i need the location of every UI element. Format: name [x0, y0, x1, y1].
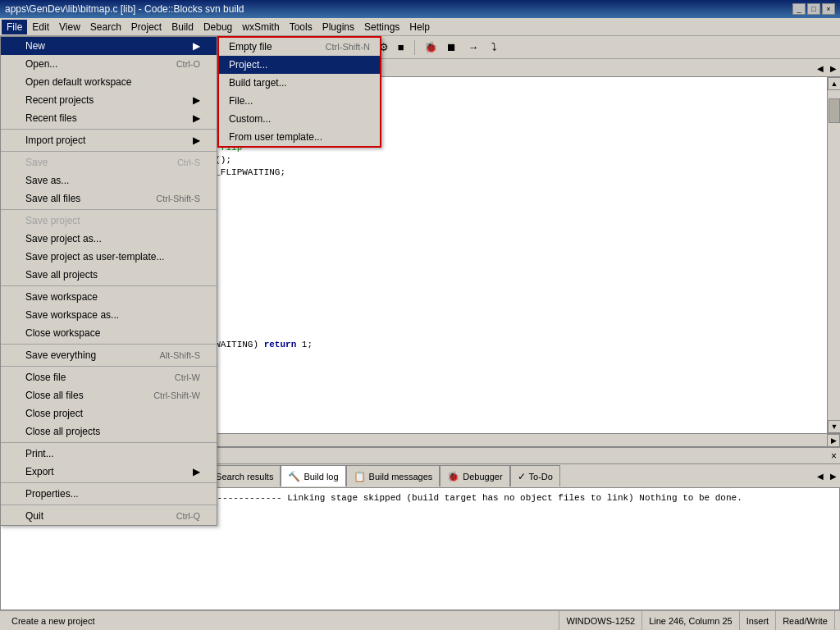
menu-bar: File Edit View Search Project Build Debu…	[0, 18, 840, 36]
menu-help[interactable]: Help	[404, 20, 435, 34]
menu-print-item[interactable]: Print...	[1, 445, 217, 463]
menu-close-workspace-item[interactable]: Close workspace	[1, 324, 217, 342]
save-everything-shortcut: Alt-Shift-S	[159, 350, 200, 360]
close-workspace-label: Close workspace	[25, 327, 100, 339]
menu-save-project-item[interactable]: Save project	[1, 212, 217, 230]
menu-edit[interactable]: Edit	[27, 20, 54, 34]
menu-new-item[interactable]: New ▶	[1, 37, 217, 55]
project-label: Project...	[229, 59, 267, 71]
menu-project[interactable]: Project	[126, 20, 167, 34]
tab-build-log[interactable]: 🔨 Build log	[281, 465, 345, 486]
scroll-track[interactable]	[828, 90, 840, 420]
menu-settings[interactable]: Settings	[359, 20, 404, 34]
window-controls: _ □ ×	[792, 3, 835, 15]
menu-save-everything-item[interactable]: Save everything Alt-Shift-S	[1, 346, 217, 364]
tab-debugger[interactable]: 🐞 Debugger	[440, 465, 509, 486]
tab-todo-label: To-Do	[529, 472, 553, 482]
scroll-down-button[interactable]: ▼	[828, 420, 840, 433]
close-project-label: Close project	[25, 408, 83, 419]
sep-2	[1, 151, 217, 152]
save-workspace-as-label: Save workspace as...	[25, 309, 119, 321]
tab-build-messages-label: Build messages	[369, 472, 433, 482]
next-button[interactable]: ⤵	[485, 39, 504, 57]
scroll-thumb[interactable]	[829, 98, 840, 123]
hscroll-right-button[interactable]: ▶	[827, 434, 840, 447]
save-shortcut: Ctrl-S	[177, 158, 200, 167]
debug-stop-button[interactable]: ⏹	[442, 39, 462, 57]
tab-next-button[interactable]: ▶	[827, 60, 840, 76]
sep-1	[1, 129, 217, 130]
menu-plugins[interactable]: Plugins	[317, 20, 359, 34]
menu-save-project-as-item[interactable]: Save project as...	[1, 230, 217, 248]
menu-import-project-item[interactable]: Import project ▶	[1, 131, 217, 149]
tab-prev-button[interactable]: ◀	[814, 60, 827, 76]
menu-save-as-item[interactable]: Save as...	[1, 171, 217, 189]
menu-debug[interactable]: Debug	[199, 20, 237, 34]
menu-quit-item[interactable]: Quit Ctrl-Q	[1, 507, 217, 525]
menu-save-item[interactable]: Save Ctrl-S	[1, 153, 217, 171]
tab-build-messages[interactable]: 📋 Build messages	[346, 465, 441, 486]
submenu-build-target[interactable]: Build target...	[219, 74, 380, 92]
menu-close-project-item[interactable]: Close project	[1, 404, 217, 422]
menu-open-workspace-item[interactable]: Open default workspace	[1, 73, 217, 91]
submenu-custom[interactable]: Custom...	[219, 110, 380, 128]
import-project-label: Import project	[25, 135, 85, 146]
menu-close-all-projects-item[interactable]: Close all projects	[1, 422, 217, 441]
stop-button[interactable]: ■	[391, 39, 411, 57]
status-read-write: Read/Write	[776, 611, 835, 630]
status-encoding: WINDOWS-1252	[559, 611, 642, 630]
step-button[interactable]: →	[463, 39, 483, 57]
bottom-tab-next[interactable]: ▶	[827, 468, 840, 484]
submenu-project[interactable]: Project...	[219, 56, 380, 74]
tab-todo[interactable]: ✓ To-Do	[510, 465, 560, 486]
menu-file[interactable]: File	[2, 20, 27, 34]
menu-open-item[interactable]: Open... Ctrl-O	[1, 55, 217, 73]
import-arrow: ▶	[193, 135, 200, 146]
save-workspace-label: Save workspace	[25, 291, 98, 303]
export-arrow: ▶	[193, 466, 200, 477]
close-bottom-button[interactable]: ×	[831, 450, 837, 462]
tab-build-log-label: Build log	[304, 472, 338, 482]
menu-wxsmith[interactable]: wxSmith	[237, 20, 284, 34]
build-target-label: Build target...	[229, 77, 287, 89]
menu-recent-files-item[interactable]: Recent files ▶	[1, 109, 217, 127]
recent-files-arrow: ▶	[193, 112, 200, 124]
menu-build[interactable]: Build	[167, 20, 199, 34]
vertical-scrollbar[interactable]: ▲ ▼	[827, 77, 840, 433]
minimize-button[interactable]: _	[792, 3, 806, 15]
save-all-projects-label: Save all projects	[25, 269, 98, 281]
menu-search[interactable]: Search	[85, 20, 126, 34]
save-project-as-label: Save project as...	[25, 233, 102, 244]
menu-export-item[interactable]: Export ▶	[1, 463, 217, 481]
close-button[interactable]: ×	[822, 3, 835, 15]
recent-projects-arrow: ▶	[193, 94, 200, 106]
sep-8	[1, 482, 217, 483]
bottom-tab-prev[interactable]: ◀	[814, 468, 827, 484]
save-project-template-label: Save project as user-template...	[25, 251, 164, 262]
menu-close-file-item[interactable]: Close file Ctrl-W	[1, 368, 217, 386]
menu-save-workspace-item[interactable]: Save workspace	[1, 288, 217, 306]
menu-close-all-files-item[interactable]: Close all files Ctrl-Shift-W	[1, 386, 217, 404]
quit-label: Quit	[25, 510, 43, 522]
menu-recent-projects-item[interactable]: Recent projects ▶	[1, 91, 217, 109]
menu-save-all-projects-item[interactable]: Save all projects	[1, 266, 217, 284]
menu-save-all-files-item[interactable]: Save all files Ctrl-Shift-S	[1, 189, 217, 208]
menu-save-workspace-as-item[interactable]: Save workspace as...	[1, 306, 217, 324]
menu-save-project-template-item[interactable]: Save project as user-template...	[1, 248, 217, 266]
menu-view[interactable]: View	[54, 20, 85, 34]
menu-properties-item[interactable]: Properties...	[1, 485, 217, 503]
save-label: Save	[25, 157, 48, 168]
submenu-empty-file[interactable]: Empty file Ctrl-Shift-N	[219, 38, 380, 56]
build-log-icon: 🔨	[288, 471, 300, 482]
menu-tools[interactable]: Tools	[285, 20, 317, 34]
maximize-button[interactable]: □	[807, 3, 820, 15]
submenu-from-template[interactable]: From user template...	[219, 128, 380, 146]
status-insert-mode: Insert	[740, 611, 777, 630]
close-file-label: Close file	[25, 372, 66, 383]
scroll-up-button[interactable]: ▲	[828, 77, 840, 90]
submenu-file[interactable]: File...	[219, 92, 380, 110]
tab-search-results-label: Search results	[216, 472, 273, 482]
open-workspace-label: Open default workspace	[25, 76, 131, 88]
from-template-label: From user template...	[229, 131, 322, 143]
debug-button[interactable]: 🐞	[421, 39, 441, 57]
